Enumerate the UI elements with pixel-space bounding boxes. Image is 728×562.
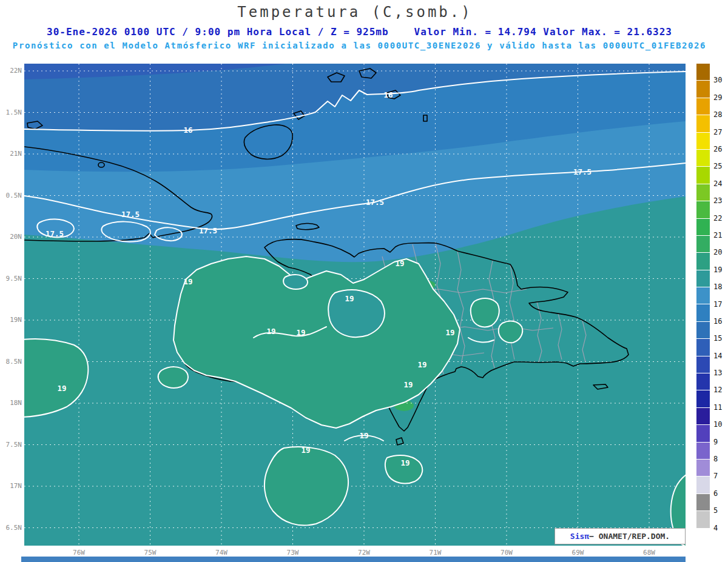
temperature-colorbar bbox=[696, 64, 710, 546]
colorbar-cell bbox=[696, 219, 710, 235]
contour-label: 19 bbox=[57, 384, 66, 393]
contour-label: 19 bbox=[400, 458, 410, 467]
colorbar-cell bbox=[696, 236, 710, 252]
x-axis-label: 71W bbox=[430, 549, 442, 557]
y-axis-label: 8.5N bbox=[1, 358, 22, 366]
map-plot-area: 161617.517.517.517.517.51919191919191919… bbox=[24, 64, 686, 546]
x-axis-label: 75W bbox=[144, 549, 157, 557]
y-axis-label: 21N bbox=[1, 150, 22, 158]
colorbar-tick: 11 bbox=[713, 403, 722, 412]
header-datetime: 30-Ene-2026 0100 UTC / 9:00 pm Hora Loca… bbox=[47, 26, 389, 38]
y-axis-label: 19N bbox=[1, 316, 22, 324]
y-axis-label: 1.5N bbox=[1, 109, 22, 116]
colorbar-tick: 16 bbox=[713, 317, 722, 326]
colorbar-tick: 21 bbox=[713, 231, 722, 239]
colorbar-tick: 24 bbox=[713, 179, 722, 188]
colorbar-cell bbox=[696, 339, 710, 355]
colorbar-cell bbox=[696, 287, 710, 304]
colorbar-cell bbox=[696, 425, 710, 441]
y-axis-label: 18N bbox=[1, 399, 22, 407]
colorbar-cell bbox=[696, 133, 710, 149]
contour-label: 17.5 bbox=[121, 210, 140, 219]
colorbar-tick: 10 bbox=[713, 420, 722, 429]
contour-label: 17.5 bbox=[366, 198, 384, 207]
colorbar-cell bbox=[696, 356, 710, 373]
y-axis-label: 22N bbox=[1, 67, 22, 75]
contour-label: 19 bbox=[301, 446, 310, 455]
x-axis-label: 73W bbox=[287, 549, 299, 557]
colorbar-cell bbox=[696, 494, 710, 510]
bottom-strip bbox=[21, 557, 686, 562]
colorbar-tick: 15 bbox=[713, 334, 722, 343]
colorbar-cell bbox=[696, 64, 710, 80]
colorbar-cell bbox=[696, 390, 710, 407]
contour-label: 19 bbox=[183, 277, 192, 286]
contour-19-westblob bbox=[158, 367, 188, 388]
colorbar-cell bbox=[696, 529, 710, 545]
colorbar-tick: 26 bbox=[713, 145, 722, 153]
contour-19-east2 bbox=[499, 321, 522, 343]
colorbar-cell bbox=[696, 477, 710, 493]
colorbar-tick: 29 bbox=[713, 93, 722, 102]
contour-19-hole1 bbox=[328, 290, 385, 337]
colorbar-tick: 17 bbox=[713, 300, 722, 309]
weather-map-page: Temperatura (C,somb.) 30-Ene-2026 0100 U… bbox=[0, 0, 728, 562]
contour-label: 16 bbox=[183, 125, 192, 135]
contour-label: 16 bbox=[383, 90, 393, 99]
colorbar-cell bbox=[696, 304, 710, 321]
contour-19-east1 bbox=[471, 298, 499, 327]
colorbar-tick: 23 bbox=[713, 196, 722, 205]
x-axis-label: 68W bbox=[643, 549, 655, 557]
colorbar-cell bbox=[696, 201, 710, 218]
colorbar-tick: 22 bbox=[713, 214, 722, 222]
y-axis-label: 9.5N bbox=[1, 275, 22, 283]
watermark-org: ONAMET/REP.DOM. bbox=[599, 532, 670, 541]
contour-label: 19 bbox=[296, 328, 305, 337]
header-line1: 30-Ene-2026 0100 UTC / 9:00 pm Hora Loca… bbox=[0, 26, 719, 38]
contour-label: 19 bbox=[445, 328, 454, 337]
colorbar-cell bbox=[696, 408, 710, 424]
x-axis-label: 76W bbox=[73, 549, 85, 557]
temperature-map: 161617.517.517.517.517.51919191919191919… bbox=[24, 64, 686, 546]
colorbar-cell bbox=[696, 322, 710, 338]
colorbar-tick: 28 bbox=[713, 110, 722, 119]
contour-label: 19 bbox=[417, 360, 426, 369]
colorbar-tick: 13 bbox=[713, 369, 722, 377]
colorbar-cell bbox=[696, 270, 710, 287]
colorbar-tick: 5 bbox=[713, 506, 718, 515]
colorbar-tick: 12 bbox=[713, 386, 722, 394]
contour-label: 19 bbox=[266, 327, 275, 336]
y-axis-label: 0.5N bbox=[1, 192, 22, 199]
colorbar-tick: 14 bbox=[713, 352, 722, 360]
y-axis-label: 20N bbox=[1, 233, 22, 241]
colorbar-cell bbox=[696, 443, 710, 459]
y-axis-label: 7.5N bbox=[1, 441, 22, 449]
colorbar-cell bbox=[696, 460, 710, 476]
colorbar-tick: 7 bbox=[713, 472, 718, 480]
contour-19-hole2 bbox=[283, 275, 308, 289]
x-axis-label: 69W bbox=[572, 549, 584, 557]
colorbar-cell bbox=[696, 167, 710, 183]
colorbar-tick: 20 bbox=[713, 248, 722, 256]
colorbar-cell bbox=[696, 511, 710, 527]
colorbar-tick: 25 bbox=[713, 162, 722, 170]
colorbar-tick: 18 bbox=[713, 283, 722, 291]
contour-label: 17.5 bbox=[573, 167, 592, 176]
contour-label: 17.5 bbox=[199, 226, 217, 235]
contour-label: 19 bbox=[403, 380, 413, 389]
colorbar-cell bbox=[696, 81, 710, 97]
contour-label: 19 bbox=[395, 259, 404, 268]
colorbar-tick: 19 bbox=[713, 266, 722, 274]
colorbar-cell bbox=[696, 98, 710, 115]
page-title: Temperatura (C,somb.) bbox=[0, 4, 710, 21]
watermark: Sisπ − ONAMET/REP.DOM. bbox=[554, 528, 686, 544]
x-axis-label: 74W bbox=[215, 549, 228, 557]
watermark-separator: − bbox=[589, 532, 599, 541]
contour-label: 19 bbox=[345, 294, 354, 303]
colorbar-cell bbox=[696, 253, 710, 269]
header-line2: Pronóstico con el Modelo Atmósferico WRF… bbox=[0, 41, 719, 50]
y-axis-label: 6.5N bbox=[1, 524, 22, 532]
colorbar-tick: 30 bbox=[713, 76, 722, 84]
contour-label: 17.5 bbox=[46, 229, 64, 238]
x-axis-label: 72W bbox=[358, 549, 370, 557]
